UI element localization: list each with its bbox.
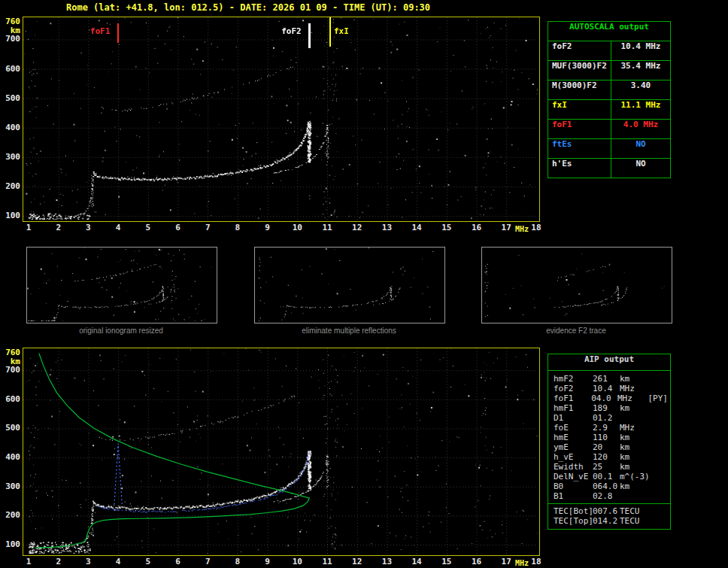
marker-label-foF1: foF1 xyxy=(90,26,111,36)
aip-row-label: TEC[Bot] xyxy=(554,506,593,516)
aip-tec-rows: TEC[Bot]007.6TECUTEC[Top]014.2TECU xyxy=(554,506,668,526)
x-tick-label: 17 xyxy=(499,223,514,232)
panel-original-canvas xyxy=(27,248,215,321)
x-tick-label: 6 xyxy=(171,223,186,232)
ionogram-canvas-bottom xyxy=(23,348,538,554)
aip-row: foF210.4MHz xyxy=(554,384,668,393)
x-tick-label: 10 xyxy=(290,223,305,232)
aip-tec-row: TEC[Bot]007.6TECU xyxy=(554,506,668,516)
x-tick-label: 8 xyxy=(230,557,245,566)
ionogram-canvas-top xyxy=(23,17,538,220)
x-tick-label: 6 xyxy=(171,557,186,566)
autoscala-row-label: foF1 xyxy=(548,120,611,138)
x-tick-label: 13 xyxy=(379,223,394,232)
aip-row-unit: MHz xyxy=(617,393,648,403)
aip-row-unit: km xyxy=(620,452,651,462)
aip-row-label: foF2 xyxy=(554,384,593,393)
aip-row-unit xyxy=(620,491,651,501)
aip-row-unit: km xyxy=(620,374,651,384)
aip-table-body: hmF2261kmfoF210.4MHzfoF104.0MHz[PY]hmF11… xyxy=(548,371,670,529)
aip-row-label: h_vE xyxy=(554,452,593,462)
aip-row-label: hmF2 xyxy=(554,374,593,384)
autoscala-row-value: 4.0 MHz xyxy=(611,120,670,138)
autoscala-row-label: ftEs xyxy=(548,139,611,158)
aip-row: h_vE120km xyxy=(554,452,668,462)
panel-evidence-f2 xyxy=(481,247,672,323)
marker-line-foF2 xyxy=(308,23,311,48)
x-tick-label: 16 xyxy=(469,223,484,232)
autoscala-screen: Rome (lat: +41.8, lon: 012.5) - DATE: 20… xyxy=(0,0,728,568)
x-tick-label: 12 xyxy=(350,223,365,232)
y-tick-label: 600 xyxy=(0,394,20,404)
aip-table-title: AIP output xyxy=(548,354,670,371)
marker-label-fxI: fxI xyxy=(334,26,349,36)
aip-row-label: hmF1 xyxy=(554,403,593,413)
y-tick-label: 200 xyxy=(0,510,20,520)
x-tick-label: 4 xyxy=(111,557,126,566)
ionogram-plot-top xyxy=(23,17,540,222)
x-tick-label: 1 xyxy=(21,223,36,232)
aip-row-label: DelN_vE xyxy=(554,472,593,481)
aip-row-value: 25 xyxy=(593,462,620,472)
x-tick-label: 5 xyxy=(141,223,156,232)
aip-row-label: foF1 xyxy=(554,393,591,403)
x-tick-label: 18 xyxy=(529,557,544,566)
aip-row: hmF2261km xyxy=(554,374,668,384)
aip-row: foE2.9MHz xyxy=(554,423,668,433)
aip-row-value: 04.0 xyxy=(591,393,617,403)
y-tick-label: 100 xyxy=(0,211,20,220)
autoscala-row-label: M(3000)F2 xyxy=(548,80,611,99)
x-tick-label: 13 xyxy=(379,557,394,566)
y-tick-label: 400 xyxy=(0,452,20,462)
station-header: Rome (lat: +41.8, lon: 012.5) - DATE: 20… xyxy=(66,2,430,13)
x-tick-label: 3 xyxy=(80,223,96,232)
aip-row-extra xyxy=(651,442,668,452)
y-tick-label: 300 xyxy=(0,481,20,491)
aip-row-value: 189 xyxy=(593,403,620,413)
x-axis-unit-label: MHz xyxy=(515,225,529,233)
y-tick-label: 400 xyxy=(0,123,20,132)
panel-caption-evidence: evidence F2 trace xyxy=(481,327,671,335)
autoscala-row-value: 3.40 xyxy=(611,80,670,99)
aip-row-value: 20 xyxy=(593,442,620,452)
aip-row-unit: km xyxy=(620,481,651,491)
panel-eliminate-canvas xyxy=(255,248,443,321)
autoscala-row-value: 10.4 MHz xyxy=(611,41,670,60)
x-tick-label: 7 xyxy=(200,223,215,232)
marker-line-foF1 xyxy=(117,23,119,43)
x-tick-label: 14 xyxy=(409,557,424,566)
aip-row-extra xyxy=(651,374,668,384)
x-tick-label: 17 xyxy=(499,557,514,566)
aip-row-unit: TECU xyxy=(620,506,651,516)
aip-row-unit: MHz xyxy=(620,423,651,433)
autoscala-table-title: AUTOSCALA output xyxy=(548,22,670,41)
aip-row-value: 120 xyxy=(593,452,620,462)
aip-row-extra xyxy=(651,403,668,413)
aip-row-extra xyxy=(651,413,668,423)
aip-row: B0064.0km xyxy=(554,481,668,491)
aip-row: hmF1189km xyxy=(554,403,668,413)
x-tick-label: 2 xyxy=(51,223,66,232)
aip-row: ymE20km xyxy=(554,442,668,452)
marker-line-fxI xyxy=(329,17,331,47)
y-tick-label: 200 xyxy=(0,181,20,191)
autoscala-row: foF14.0 MHz xyxy=(548,120,670,139)
aip-row-label: ymE xyxy=(554,442,593,452)
autoscala-row-label: fxI xyxy=(548,100,611,119)
autoscala-row-label: MUF(3000)F2 xyxy=(548,61,611,80)
autoscala-output-table: AUTOSCALA output foF210.4 MHzMUF(3000)F2… xyxy=(548,21,671,178)
aip-row: D101.2 xyxy=(554,413,668,423)
x-tick-label: 9 xyxy=(260,223,275,232)
x-tick-label: 4 xyxy=(111,223,126,232)
autoscala-row: h'EsNO xyxy=(548,159,670,178)
x-tick-label: 11 xyxy=(320,223,335,232)
x-tick-label: 10 xyxy=(290,557,305,566)
aip-row-extra xyxy=(651,472,668,481)
ionogram-plot-bottom xyxy=(23,348,540,556)
aip-row-value: 02.8 xyxy=(593,491,620,501)
aip-row: hmE110km xyxy=(554,433,668,442)
autoscala-row-value: 11.1 MHz xyxy=(611,100,670,119)
x-tick-label: 9 xyxy=(260,557,275,566)
autoscala-table-rows: foF210.4 MHzMUF(3000)F235.4 MHzM(3000)F2… xyxy=(548,41,670,178)
aip-row-value: 10.4 xyxy=(593,384,620,393)
